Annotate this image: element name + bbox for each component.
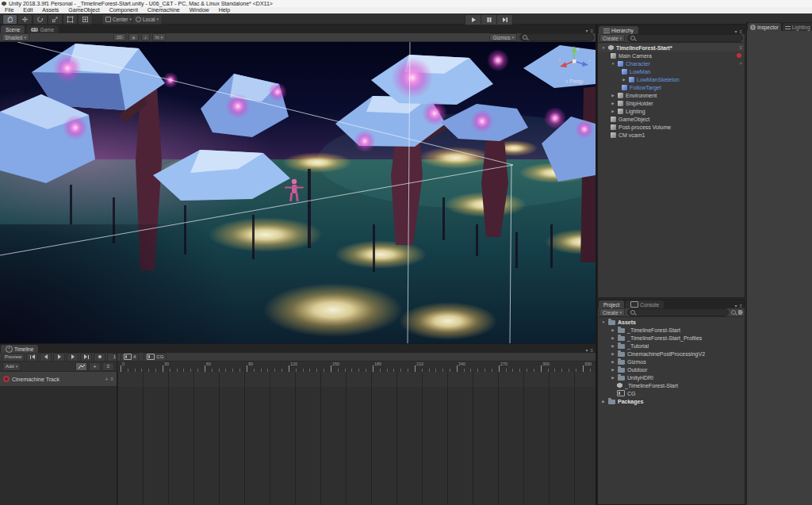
project-item-packages[interactable]: ▶ Packages <box>598 397 745 405</box>
timeline-breadcrumb-asset[interactable]: CG <box>144 353 167 362</box>
project-item-scene-asset[interactable]: _TimelineForest-Start <box>598 381 745 389</box>
hierarchy-item-environment[interactable]: ▶ Environment <box>598 91 745 99</box>
panel-menu-icon[interactable]: ≡ <box>590 29 593 33</box>
project-item-tutorial-folder[interactable]: ▶ _Tutorial <box>598 342 745 350</box>
timeline-play-button[interactable] <box>53 353 65 362</box>
chevron-down-icon[interactable]: ▾ <box>585 28 588 33</box>
previous-frame-button[interactable] <box>40 353 52 362</box>
project-item-profiles-folder[interactable]: ▶ _TimelineForest-Start_Profiles <box>598 334 745 342</box>
timeline-ruler[interactable]: 0306090120150180210240270300330 <box>117 362 596 373</box>
tab-console[interactable]: Console <box>626 300 664 308</box>
expander-icon[interactable]: ▶ <box>601 400 606 404</box>
hierarchy-item-postprocess-volume[interactable]: Post-process Volume <box>598 123 745 131</box>
transform-tool-button[interactable] <box>78 14 93 25</box>
add-track-button[interactable]: Add▾ <box>2 362 21 371</box>
expander-icon[interactable]: ▶ <box>611 352 615 356</box>
project-item-outdoor-folder[interactable]: ▶ Outdoor <box>598 365 745 373</box>
add-marker-button[interactable]: + <box>89 362 101 371</box>
hierarchy-item-shipholder[interactable]: ▶ ShipHolder <box>598 99 745 107</box>
scene-menu-icon[interactable]: ≡ <box>739 45 742 50</box>
goto-end-button[interactable] <box>80 353 92 362</box>
prefab-open-arrow[interactable]: > <box>739 61 742 66</box>
panel-menu-icon[interactable]: ≡ <box>590 348 593 353</box>
expander-icon[interactable]: ▶ <box>611 368 615 372</box>
viewport[interactable]: y x z < Persp <box>0 42 596 344</box>
expander-icon[interactable]: ▶ <box>611 101 615 105</box>
timeline-divider[interactable] <box>117 353 117 505</box>
project-item-gizmos-folder[interactable]: ▶ Gizmos <box>598 358 745 365</box>
next-frame-button[interactable] <box>67 353 79 362</box>
step-button[interactable] <box>496 14 513 25</box>
hierarchy-item-lowman[interactable]: LowMan <box>598 67 745 75</box>
panel-menu-icon[interactable]: ≡ <box>739 29 742 34</box>
project-create-dropdown[interactable]: Create ▾ <box>599 308 625 316</box>
expander-icon[interactable]: ▼ <box>601 46 606 50</box>
menu-component[interactable]: Component <box>105 7 143 13</box>
hierarchy-item-lowmanskeleton[interactable]: ▶ LowManSkeleton <box>598 75 745 83</box>
tab-lighting[interactable]: Lighting <box>783 23 812 31</box>
x-axis-cone[interactable] <box>560 63 567 68</box>
play-button[interactable] <box>465 14 481 25</box>
menu-window[interactable]: Window <box>185 7 214 13</box>
track-menu-icon[interactable]: ≡ <box>110 377 113 381</box>
scene-gizmo[interactable]: y x z < Persp <box>555 44 593 90</box>
hierarchy-item-followtarget[interactable]: FollowTarget <box>598 83 745 91</box>
hierarchy-item-cm-vcam1[interactable]: CM vcam1 <box>598 131 745 139</box>
hierarchy-item-scene[interactable]: ▼ TimelineForest-Start* ≡ <box>598 44 745 52</box>
pause-button[interactable] <box>481 14 497 25</box>
scale-tool-button[interactable] <box>48 14 63 25</box>
preview-toggle[interactable]: Preview <box>2 353 25 362</box>
menu-help[interactable]: Help <box>214 7 235 13</box>
project-item-assets[interactable]: ▼ Assets <box>598 318 745 326</box>
hierarchy-create-dropdown[interactable]: Create ▾ <box>599 34 625 42</box>
tab-inspector[interactable]: i Inspector <box>748 23 781 31</box>
gizmos-dropdown[interactable]: Gizmos ▾ <box>489 33 517 41</box>
project-item-cinemachine-folder[interactable]: ▶ CinemachinePostProcessingV2 <box>598 350 745 358</box>
track-options-button[interactable]: ≡ <box>102 362 114 371</box>
hierarchy-item-gameobject[interactable]: GameObject <box>598 115 745 123</box>
hierarchy-item-lighting[interactable]: ▶ Lighting <box>598 107 745 115</box>
pivot-toggle-button[interactable]: Center ▾ <box>102 14 136 25</box>
menu-cinemachine[interactable]: Cinemachine <box>143 7 185 13</box>
expander-icon[interactable]: ▶ <box>611 328 615 332</box>
panel-divider[interactable] <box>596 25 597 505</box>
panel-menu-icon[interactable]: ≡ <box>739 304 742 308</box>
rect-tool-button[interactable] <box>63 14 78 25</box>
timeline-breadcrumb-frame[interactable]: 4 <box>121 353 139 362</box>
search-by-type-icon[interactable] <box>731 310 736 315</box>
2d-toggle[interactable]: 2D <box>113 33 126 41</box>
hand-tool-button[interactable] <box>2 14 17 25</box>
chevron-down-icon[interactable]: ▾ <box>585 347 588 353</box>
scene-search-input[interactable] <box>519 33 594 41</box>
record-button[interactable] <box>94 353 105 362</box>
chevron-down-icon[interactable]: ▾ <box>734 29 737 34</box>
goto-start-button[interactable] <box>26 353 38 362</box>
menu-file[interactable]: File <box>0 7 18 13</box>
move-tool-button[interactable] <box>17 14 33 25</box>
expander-icon[interactable]: ▼ <box>611 62 615 66</box>
expander-icon[interactable]: ▶ <box>622 78 626 82</box>
z-axis-cone[interactable] <box>582 62 588 67</box>
tab-scene[interactable]: Scene <box>1 25 25 33</box>
draw-mode-dropdown[interactable]: Shaded ▾ <box>2 33 29 41</box>
expander-icon[interactable]: ▶ <box>611 94 615 98</box>
tab-game[interactable]: Game <box>26 25 59 33</box>
menu-assets[interactable]: Assets <box>37 7 63 13</box>
project-item-timelineforest-start-folder[interactable]: ▶ _TimelineForest-Start <box>598 326 745 334</box>
effects-toggle[interactable]: fx▾ <box>152 33 166 41</box>
project-item-cg-timeline-asset[interactable]: CG <box>598 389 745 397</box>
label-icon[interactable] <box>738 310 743 315</box>
hierarchy-item-main-camera[interactable]: Main Camera <box>598 52 745 59</box>
expander-icon[interactable]: ▶ <box>611 344 615 348</box>
rotate-tool-button[interactable] <box>33 14 48 25</box>
lighting-toggle[interactable]: ☀ <box>128 33 139 41</box>
projection-mode-label[interactable]: < Persp <box>555 78 593 84</box>
cinemachine-track-lane[interactable] <box>117 372 596 388</box>
menu-gameobject[interactable]: GameObject <box>63 7 104 13</box>
curves-view-toggle[interactable] <box>75 362 87 371</box>
tab-project[interactable]: Project <box>599 300 624 308</box>
scene-gizmo-axes[interactable]: y x z <box>555 44 593 78</box>
expander-icon[interactable]: ▼ <box>601 320 606 324</box>
expander-icon[interactable]: ▶ <box>611 360 615 364</box>
hierarchy-item-character[interactable]: ▼ Character > <box>598 59 745 67</box>
